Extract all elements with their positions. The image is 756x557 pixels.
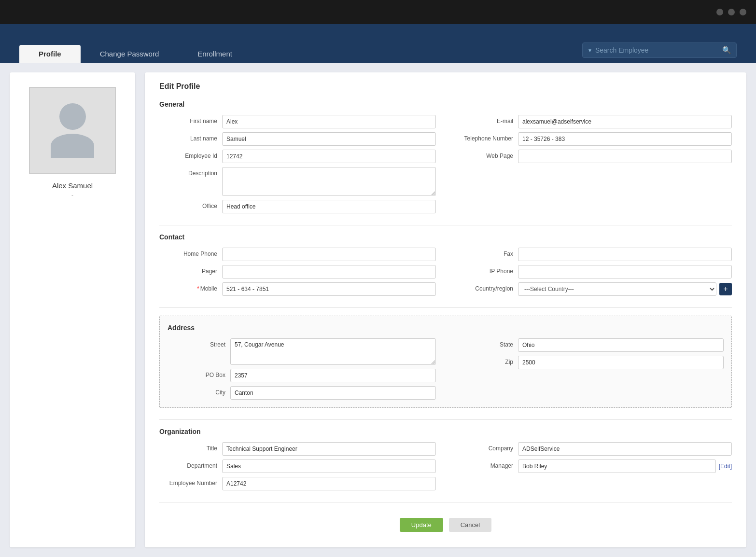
input-state[interactable]	[518, 338, 724, 352]
contact-left: Home Phone Pager Mobile	[159, 248, 436, 296]
input-homephone[interactable]	[222, 248, 436, 261]
title-bar-dot-3	[740, 9, 746, 15]
label-fax: Fax	[455, 248, 513, 257]
divider-1	[159, 225, 732, 225]
search-input[interactable]	[595, 46, 719, 54]
label-employeeid: Employee Id	[159, 150, 217, 159]
sidebar: Alex Samuel -	[10, 72, 135, 547]
input-pobox[interactable]	[230, 369, 436, 382]
section-address: Address Street PO Box City	[159, 316, 732, 408]
input-webpage[interactable]	[518, 150, 732, 163]
title-bar	[0, 0, 756, 24]
label-homephone: Home Phone	[159, 248, 217, 257]
country-row: ---Select Country--- +	[518, 282, 732, 296]
row-state: State	[455, 338, 724, 352]
manager-row: [Edit]	[518, 460, 732, 473]
input-pager[interactable]	[222, 265, 436, 278]
section-general: General First name Last name Emp	[159, 100, 732, 213]
label-zip: Zip	[455, 356, 513, 365]
row-pobox: PO Box	[168, 369, 436, 382]
label-empnumber: Employee Number	[159, 477, 217, 487]
row-email: E-mail	[455, 115, 732, 128]
section-contact: Contact Home Phone Pager Mobile	[159, 233, 732, 296]
input-zip[interactable]	[518, 356, 724, 369]
row-telephone: Telephone Number	[455, 132, 732, 146]
label-company: Company	[455, 442, 513, 452]
label-title: Title	[159, 442, 217, 452]
input-city[interactable]	[230, 386, 436, 400]
input-ipphone[interactable]	[518, 265, 732, 278]
divider-2	[159, 307, 732, 308]
input-lastname[interactable]	[222, 132, 436, 146]
divider-4	[159, 502, 732, 502]
edit-manager-link[interactable]: [Edit]	[719, 463, 732, 470]
update-button[interactable]: Update	[400, 518, 443, 532]
avatar-container	[29, 87, 116, 174]
input-fax[interactable]	[518, 248, 732, 261]
input-department[interactable]	[222, 460, 436, 473]
label-country: Country/region	[455, 282, 513, 292]
row-homephone: Home Phone	[159, 248, 436, 261]
input-email[interactable]	[518, 115, 732, 128]
input-empnumber[interactable]	[222, 477, 436, 490]
label-pager: Pager	[159, 265, 217, 275]
input-employeeid[interactable]	[222, 150, 436, 163]
row-mobile: Mobile	[159, 282, 436, 296]
general-right: E-mail Telephone Number Web Page	[455, 115, 732, 213]
input-telephone[interactable]	[518, 132, 732, 146]
input-company[interactable]	[518, 442, 732, 456]
input-description[interactable]	[222, 167, 436, 196]
add-country-button[interactable]: +	[719, 283, 732, 295]
row-street: Street	[168, 338, 436, 365]
section-general-title: General	[159, 100, 732, 108]
avatar-head	[59, 103, 86, 130]
input-office[interactable]	[222, 200, 436, 213]
tab-enrollment[interactable]: Enrollment	[178, 45, 252, 63]
input-firstname[interactable]	[222, 115, 436, 128]
label-telephone: Telephone Number	[455, 132, 513, 142]
section-organization: Organization Title Department Employee N…	[159, 428, 732, 490]
top-bar: Profile Change Password Enrollment ▼ 🔍	[0, 24, 756, 63]
label-ipphone: IP Phone	[455, 265, 513, 275]
row-pager: Pager	[159, 265, 436, 278]
label-description: Description	[159, 167, 217, 177]
section-address-title: Address	[168, 324, 724, 332]
tab-profile[interactable]: Profile	[19, 45, 81, 63]
avatar-body	[51, 134, 94, 158]
title-bar-dot-1	[716, 9, 723, 15]
label-manager: Manager	[455, 460, 513, 469]
label-lastname: Last name	[159, 132, 217, 142]
label-mobile: Mobile	[159, 282, 217, 292]
select-country[interactable]: ---Select Country---	[518, 282, 716, 296]
row-zip: Zip	[455, 356, 724, 369]
main-content: Alex Samuel - Edit Profile General First…	[0, 63, 756, 557]
org-right: Company Manager [Edit]	[455, 442, 732, 490]
row-title: Title	[159, 442, 436, 456]
avatar-icon	[51, 103, 94, 158]
label-pobox: PO Box	[168, 369, 225, 378]
cancel-button[interactable]: Cancel	[449, 518, 491, 532]
label-department: Department	[159, 460, 217, 469]
search-bar: ▼ 🔍	[582, 42, 737, 58]
search-dropdown-icon[interactable]: ▼	[588, 48, 592, 53]
divider-3	[159, 419, 732, 420]
section-contact-title: Contact	[159, 233, 732, 241]
section-org-title: Organization	[159, 428, 732, 435]
input-title[interactable]	[222, 442, 436, 456]
general-left: First name Last name Employee Id De	[159, 115, 436, 213]
search-button[interactable]: 🔍	[722, 46, 731, 55]
row-city: City	[168, 386, 436, 400]
label-webpage: Web Page	[455, 150, 513, 159]
row-webpage: Web Page	[455, 150, 732, 163]
row-empnumber: Employee Number	[159, 477, 436, 490]
input-manager[interactable]	[518, 460, 716, 473]
label-email: E-mail	[455, 115, 513, 125]
label-state: State	[455, 338, 513, 348]
app-container: Profile Change Password Enrollment ▼ 🔍 A…	[0, 24, 756, 557]
contact-right: Fax IP Phone Country/region ---Select Co	[455, 248, 732, 296]
tab-change-password[interactable]: Change Password	[81, 45, 179, 63]
input-mobile[interactable]	[222, 282, 436, 296]
address-grid: Street PO Box City	[168, 338, 724, 400]
tab-bar: Profile Change Password Enrollment	[19, 45, 252, 63]
input-street[interactable]	[230, 338, 436, 365]
